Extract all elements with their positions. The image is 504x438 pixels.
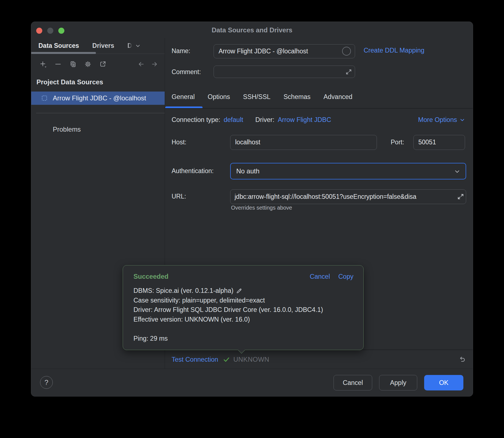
- remove-data-source-icon[interactable]: [54, 61, 62, 68]
- success-check-icon: [223, 356, 230, 363]
- footer-buttons: Cancel Apply OK: [334, 375, 463, 390]
- cancel-button[interactable]: Cancel: [334, 375, 372, 390]
- tab-ssh-ssl[interactable]: SSH/SSL: [243, 93, 271, 101]
- sidebar-divider: [36, 113, 165, 113]
- connection-status-value: UNKNOWN: [233, 356, 269, 363]
- active-tab-underline: [31, 52, 96, 54]
- data-sources-dialog: Data Sources and Drivers Data Sources Dr…: [31, 22, 473, 397]
- create-ddl-mapping-link[interactable]: Create DDL Mapping: [364, 47, 424, 54]
- help-question-icon: ?: [44, 379, 48, 387]
- more-options-link[interactable]: More Options: [418, 116, 465, 124]
- more-options-label: More Options: [418, 116, 457, 124]
- revert-icon[interactable]: [458, 356, 466, 363]
- popup-body: DBMS: Spice.ai (ver. 0.12.1-alpha) Case …: [133, 286, 353, 343]
- popup-header: Succeeded Cancel Copy: [133, 273, 353, 280]
- connection-type-value-link[interactable]: default: [224, 116, 243, 124]
- duplicate-icon[interactable]: [69, 61, 77, 68]
- comment-label: Comment:: [172, 68, 201, 76]
- host-label: Host:: [172, 139, 187, 146]
- name-label: Name:: [172, 47, 190, 55]
- name-input[interactable]: Arrow Flight JDBC - @localhost: [214, 44, 355, 58]
- chevron-down-icon: [454, 168, 461, 175]
- popup-line-blank: [133, 324, 353, 334]
- tab-schemas[interactable]: Schemas: [284, 93, 311, 101]
- data-source-name: Arrow Flight JDBC - @localhost: [53, 94, 146, 102]
- popup-status: Succeeded: [133, 273, 169, 280]
- url-label: URL:: [172, 193, 186, 200]
- test-connection-popup: Succeeded Cancel Copy DBMS: Spice.ai (ve…: [123, 265, 364, 350]
- settings-gear-icon[interactable]: [84, 61, 91, 68]
- port-label: Port:: [391, 139, 404, 146]
- tabs-separator: [165, 108, 473, 109]
- comment-input[interactable]: [214, 66, 355, 78]
- sidebar-tabstrip: Data Sources Drivers D: [31, 38, 165, 54]
- popup-line-effective: Effective version: UNKNOWN (ver. 16.0): [133, 315, 353, 324]
- tab-overflow[interactable]: D: [127, 42, 141, 49]
- forward-arrow-icon[interactable]: [151, 61, 158, 68]
- edit-pencil-icon[interactable]: [236, 287, 243, 294]
- test-connection-link[interactable]: Test Connection: [172, 356, 218, 363]
- popup-links: Cancel Copy: [310, 273, 353, 280]
- dbms-text: DBMS: Spice.ai (ver. 0.12.1-alpha): [133, 286, 233, 296]
- help-button[interactable]: ?: [40, 376, 53, 389]
- popup-line-case: Case sensitivity: plain=upper, delimited…: [133, 296, 353, 305]
- apply-button[interactable]: Apply: [379, 375, 417, 390]
- tab-advanced[interactable]: Advanced: [324, 93, 353, 101]
- popup-cancel-link[interactable]: Cancel: [310, 273, 330, 280]
- titlebar: Data Sources and Drivers: [31, 22, 473, 38]
- history-nav: [138, 61, 158, 68]
- port-value: 50051: [414, 135, 465, 149]
- url-overrides-note: Overrides settings above: [231, 205, 292, 211]
- database-icon: [41, 95, 48, 101]
- data-source-list-item[interactable]: Arrow Flight JDBC - @localhost: [31, 92, 165, 105]
- tab-data-sources[interactable]: Data Sources: [38, 42, 79, 49]
- sidebar-item-problems[interactable]: Problems: [53, 126, 81, 133]
- sidebar-toolbar: [31, 54, 165, 74]
- project-data-sources-header: Project Data Sources: [36, 78, 103, 86]
- chevron-down-icon: [459, 117, 465, 123]
- settings-tabs: General Options SSH/SSL Schemas Advanced: [172, 93, 352, 101]
- authentication-label: Authentication:: [172, 167, 214, 175]
- tab-overflow-label: D: [127, 42, 132, 49]
- name-value: Arrow Flight JDBC - @localhost: [214, 45, 355, 58]
- driver-value-link[interactable]: Arrow Flight JDBC: [278, 116, 331, 124]
- authentication-dropdown[interactable]: No auth: [230, 163, 466, 179]
- ok-button[interactable]: OK: [424, 375, 463, 390]
- tab-drivers[interactable]: Drivers: [92, 42, 114, 49]
- open-in-new-icon[interactable]: [99, 61, 106, 68]
- connection-type-label: Connection type:: [172, 116, 220, 124]
- authentication-value: No auth: [231, 163, 466, 179]
- host-value: localhost: [230, 135, 377, 149]
- popup-line-driver: Driver: Arrow Flight SQL JDBC Driver Cor…: [133, 305, 353, 315]
- expand-editor-icon[interactable]: [456, 192, 465, 201]
- screen: Data Sources and Drivers Data Sources Dr…: [0, 0, 504, 438]
- popup-line-dbms: DBMS: Spice.ai (ver. 0.12.1-alpha): [133, 286, 353, 296]
- add-data-source-icon[interactable]: [40, 61, 47, 68]
- tab-options[interactable]: Options: [208, 93, 230, 101]
- url-value: jdbc:arrow-flight-sql://localhost:50051?…: [230, 190, 466, 204]
- popup-line-ping: Ping: 29 ms: [133, 334, 353, 343]
- port-input[interactable]: 50051: [413, 135, 465, 150]
- tab-general[interactable]: General: [172, 93, 195, 101]
- host-input[interactable]: localhost: [230, 135, 377, 150]
- back-arrow-icon[interactable]: [138, 61, 145, 68]
- connection-type-row: Connection type: default Driver: Arrow F…: [172, 116, 465, 124]
- chevron-down-icon: [135, 43, 141, 49]
- connection-status-strip: Test Connection UNKNOWN: [172, 350, 466, 369]
- driver-label: Driver:: [255, 116, 274, 124]
- expand-editor-icon[interactable]: [345, 68, 353, 76]
- url-input[interactable]: jdbc:arrow-flight-sql://localhost:50051?…: [230, 189, 466, 204]
- dialog-footer: ? Cancel Apply OK: [31, 369, 473, 396]
- loading-spinner-icon: [342, 47, 351, 56]
- popup-copy-link[interactable]: Copy: [338, 273, 353, 280]
- window-title: Data Sources and Drivers: [31, 26, 473, 34]
